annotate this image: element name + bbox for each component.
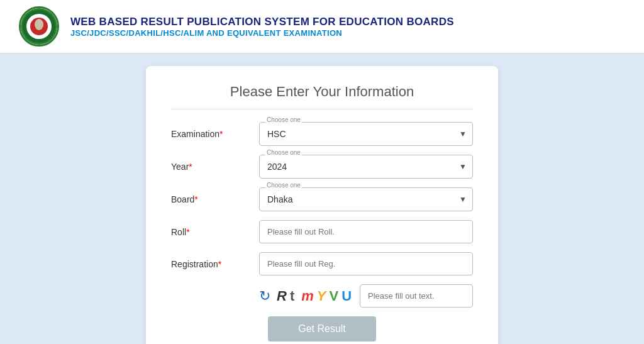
captcha-char-4: Y (317, 288, 328, 304)
board-select[interactable]: Dhaka Chittagong Rajshahi Sylhet Barisal… (259, 187, 473, 211)
examination-row: Examination* Choose one HSC SSC JSC JDC … (171, 122, 473, 146)
roll-input-wrap (259, 220, 473, 243)
form-card: Please Enter Your Information Examinatio… (146, 66, 498, 344)
year-select-wrap: Choose one 2024 2023 2022 2021 ▼ (259, 155, 473, 179)
captcha-row: ↻ R t m Y V U (171, 284, 473, 308)
year-choose-label: Choose one (265, 149, 302, 156)
roll-label: Roll* (171, 227, 259, 237)
registration-row: Registration* (171, 252, 473, 275)
registration-input-wrap (259, 252, 473, 275)
main-content: Please Enter Your Information Examinatio… (0, 53, 644, 344)
captcha-char-3: m (301, 288, 316, 304)
get-result-button[interactable]: Get Result (268, 316, 376, 341)
captcha-input[interactable] (360, 284, 473, 308)
roll-row: Roll* (171, 220, 473, 243)
year-select[interactable]: 2024 2023 2022 2021 (259, 155, 473, 179)
board-choose-label: Choose one (265, 182, 302, 189)
board-select-wrap: Choose one Dhaka Chittagong Rajshahi Syl… (259, 187, 473, 211)
board-row: Board* Choose one Dhaka Chittagong Rajsh… (171, 187, 473, 211)
captcha-refresh-icon[interactable]: ↻ (259, 288, 270, 304)
logo-inner: বাংলাদেশ (21, 8, 57, 45)
svg-point-3 (35, 19, 43, 30)
svg-text:বাংলাদেশ: বাংলাদেশ (35, 36, 44, 40)
header: বাংলাদেশ WEB BASED RESULT PUBLICATION SY… (0, 0, 644, 53)
examination-choose-label: Choose one (265, 116, 302, 123)
header-text: WEB BASED RESULT PUBLICATION SYSTEM FOR … (70, 16, 454, 38)
captcha-input-wrap (360, 284, 473, 308)
year-row: Year* Choose one 2024 2023 2022 2021 ▼ (171, 155, 473, 179)
captcha-char-2: t (290, 288, 296, 304)
header-title: WEB BASED RESULT PUBLICATION SYSTEM FOR … (70, 16, 454, 28)
examination-label: Examination* (171, 129, 259, 139)
header-subtitle: JSC/JDC/SSC/DAKHIL/HSC/ALIM AND EQUIVALE… (70, 28, 454, 38)
examination-select[interactable]: HSC SSC JSC JDC DAKHIL ALIM (259, 122, 473, 146)
captcha-image: R t m Y V U (277, 288, 353, 304)
examination-select-wrap: Choose one HSC SSC JSC JDC DAKHIL ALIM ▼ (259, 122, 473, 146)
form-title: Please Enter Your Information (171, 84, 473, 109)
registration-label: Registration* (171, 259, 259, 269)
board-label: Board* (171, 194, 259, 204)
submit-row: Get Result (171, 316, 473, 341)
registration-input[interactable] (259, 252, 473, 275)
year-label: Year* (171, 162, 259, 172)
captcha-char-6: U (341, 288, 353, 304)
logo: বাংলাদেশ (19, 6, 59, 47)
roll-input[interactable] (259, 220, 473, 243)
captcha-char-5: V (329, 288, 340, 304)
captcha-box: ↻ R t m Y V U (259, 284, 473, 308)
captcha-char-1: R (277, 288, 289, 304)
